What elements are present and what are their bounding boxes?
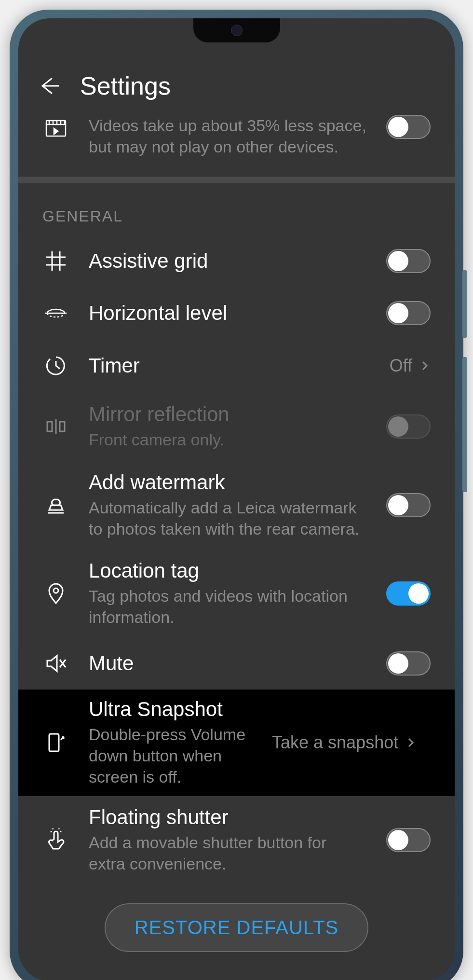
page-title: Settings (80, 71, 171, 100)
back-arrow-icon[interactable] (38, 74, 61, 97)
mute-icon (42, 650, 69, 677)
row-location-tag[interactable]: Location tag Tag photos and videos with … (18, 549, 455, 637)
ultra-snapshot-value: Take a snapshot (272, 732, 398, 753)
phone-notch (193, 18, 280, 42)
row-floating-shutter[interactable]: Floating shutter Add a movable shutter b… (18, 796, 455, 884)
floating-shutter-toggle[interactable] (386, 828, 431, 852)
row-subtitle: Tag photos and videos with location info… (89, 585, 367, 628)
location-tag-toggle[interactable] (386, 581, 431, 606)
mute-toggle[interactable] (386, 651, 431, 676)
svg-point-3 (54, 588, 58, 593)
mirror-icon (42, 413, 69, 440)
header: Settings (18, 57, 455, 115)
restore-defaults-button[interactable]: RESTORE DEFAULTS (105, 903, 369, 952)
tap-icon (42, 827, 69, 854)
svg-rect-2 (60, 422, 65, 431)
row-timer[interactable]: Timer Off (18, 339, 455, 391)
row-mute[interactable]: Mute (18, 637, 455, 690)
row-title: Assistive grid (89, 249, 367, 273)
efficient-video-row: Videos take up about 35% less space, but… (18, 115, 455, 177)
timer-value: Off (390, 356, 412, 376)
row-title: Horizontal level (89, 302, 367, 325)
row-title: Location tag (89, 559, 367, 582)
mirror-reflection-toggle (386, 414, 431, 439)
timer-icon (42, 352, 69, 379)
ultra-snapshot-icon (42, 729, 69, 756)
chevron-right-icon (419, 360, 431, 372)
row-ultra-snapshot[interactable]: Ultra Snapshot Double-press Volume down … (18, 690, 455, 796)
row-title: Floating shutter (89, 806, 367, 829)
efficient-video-toggle[interactable] (386, 115, 431, 139)
phone-side-button (462, 357, 467, 492)
row-mirror-reflection: Mirror reflection Front camera only. (18, 392, 455, 461)
horizontal-level-toggle[interactable] (386, 301, 431, 325)
phone-side-button (462, 270, 467, 338)
svg-rect-1 (47, 422, 52, 431)
row-add-watermark[interactable]: Add watermark Automatically add a Leica … (18, 461, 455, 549)
grid-icon (42, 248, 69, 275)
row-assistive-grid[interactable]: Assistive grid (18, 235, 455, 287)
row-subtitle: Add a movable shutter button for extra c… (89, 832, 367, 874)
row-title: Mirror reflection (89, 403, 367, 426)
row-horizontal-level[interactable]: Horizontal level (18, 287, 455, 339)
chevron-right-icon (405, 737, 417, 748)
svg-rect-4 (49, 734, 59, 751)
phone-screen: Settings Videos take up about 35% less s… (18, 18, 455, 980)
level-icon (42, 300, 69, 327)
row-title: Mute (89, 652, 367, 675)
location-pin-icon (42, 580, 69, 607)
row-title: Add watermark (89, 471, 367, 494)
video-file-icon (42, 115, 69, 142)
stamp-icon (42, 492, 69, 519)
section-header-general: GENERAL (18, 183, 455, 235)
assistive-grid-toggle[interactable] (386, 249, 431, 273)
row-subtitle: Double-press Volume down button when scr… (89, 724, 253, 788)
add-watermark-toggle[interactable] (386, 493, 431, 517)
row-subtitle: Front camera only. (89, 429, 367, 450)
row-title: Ultra Snapshot (89, 698, 253, 721)
phone-frame: Settings Videos take up about 35% less s… (10, 10, 463, 980)
row-subtitle: Automatically add a Leica watermark to p… (89, 497, 367, 539)
section-divider (18, 177, 455, 183)
efficient-video-subtitle: Videos take up about 35% less space, but… (89, 115, 367, 157)
row-title: Timer (89, 354, 370, 377)
